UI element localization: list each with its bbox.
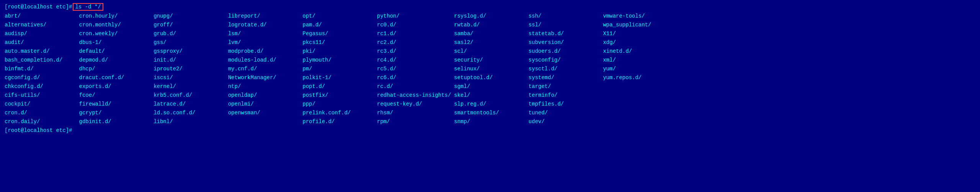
list-item: ssh/	[529, 12, 600, 20]
list-item: profile.d/	[302, 118, 374, 126]
list-item: yum/	[603, 65, 675, 73]
list-item: cron.monthly/	[79, 21, 151, 29]
list-item: snmp/	[454, 118, 526, 126]
list-item: polkit-1/	[302, 74, 374, 82]
list-item: fcoe/	[79, 91, 151, 99]
list-item: cron.daily/	[5, 118, 76, 126]
list-item: gssproxy/	[154, 47, 225, 55]
list-item: pkcs11/	[302, 39, 374, 47]
list-item: redhat-access-insights/	[377, 91, 451, 99]
list-item: gnupg/	[154, 12, 225, 20]
list-item: sgml/	[454, 83, 526, 91]
list-item: ppp/	[302, 100, 374, 108]
list-item: postfix/	[302, 91, 374, 99]
list-item: modprobe.d/	[228, 47, 300, 55]
list-item: popt.d/	[302, 83, 374, 91]
list-item: prelink.conf.d/	[302, 109, 374, 117]
list-item: libreport/	[228, 12, 300, 20]
list-item: rpm/	[377, 118, 451, 126]
list-item: udev/	[529, 118, 600, 126]
list-item: dracut.conf.d/	[79, 74, 151, 82]
list-item: cifs-utils/	[5, 91, 76, 99]
list-item: krb5.conf.d/	[154, 91, 225, 99]
command-box: ls -d */	[73, 3, 103, 11]
list-item: default/	[79, 47, 151, 55]
list-item: skel/	[454, 91, 526, 99]
list-item: rc1.d/	[377, 30, 451, 38]
list-item: alternatives/	[5, 21, 76, 29]
list-item: rwtab.d/	[454, 21, 526, 29]
list-item: audisp/	[5, 30, 76, 38]
list-item: security/	[454, 56, 526, 64]
list-item: Pegasus/	[302, 30, 374, 38]
list-item: latrace.d/	[154, 100, 225, 108]
list-item: python/	[377, 12, 451, 20]
list-item: rc3.d/	[377, 47, 451, 55]
list-item: selinux/	[454, 65, 526, 73]
list-item: rc6.d/	[377, 74, 451, 82]
column-6: rsyslog.d/rwtab.d/samba/sasl2/scl/securi…	[454, 12, 529, 126]
list-item: rsyslog.d/	[454, 12, 526, 20]
list-item: pki/	[302, 47, 374, 55]
list-item: sysconfig/	[529, 56, 600, 64]
list-item: slp.reg.d/	[454, 100, 526, 108]
list-item: audit/	[5, 39, 76, 47]
list-item: tuned/	[529, 109, 600, 117]
list-item: sysctl.d/	[529, 65, 600, 73]
list-item: terminfo/	[529, 91, 600, 99]
list-item: auto.master.d/	[5, 47, 76, 55]
bottom-prompt: [root@localhost etc]#	[5, 127, 975, 133]
list-item: opt/	[302, 12, 374, 20]
list-item: kernel/	[154, 83, 225, 91]
list-item: iproute2/	[154, 65, 225, 73]
list-item: rc5.d/	[377, 65, 451, 73]
list-item: request-key.d/	[377, 100, 451, 108]
list-item: gss/	[154, 39, 225, 47]
list-item: my.cnf.d/	[228, 65, 300, 73]
list-item: target/	[529, 83, 600, 91]
list-item: gcrypt/	[79, 109, 151, 117]
list-item: sasl2/	[454, 39, 526, 47]
list-item: ssl/	[529, 21, 600, 29]
output: abrt/alternatives/audisp/audit/auto.mast…	[5, 12, 975, 126]
list-item: openlmi/	[228, 100, 300, 108]
list-item: scl/	[454, 47, 526, 55]
list-item: binfmt.d/	[5, 65, 76, 73]
list-item: rc0.d/	[377, 21, 451, 29]
list-item: grub.d/	[154, 30, 225, 38]
list-item: rc.d/	[377, 83, 451, 91]
list-item: openldap/	[228, 91, 300, 99]
list-item: cron.hourly/	[79, 12, 151, 20]
column-4: opt/pam.d/Pegasus/pkcs11/pki/plymouth/pm…	[302, 12, 377, 126]
list-item: dhcp/	[79, 65, 151, 73]
list-item: cockpit/	[5, 100, 76, 108]
column-0: abrt/alternatives/audisp/audit/auto.mast…	[5, 12, 79, 126]
list-item: yum.repos.d/	[603, 74, 675, 82]
list-item: ld.so.conf.d/	[154, 109, 225, 117]
list-item: rc2.d/	[377, 39, 451, 47]
list-item: pam.d/	[302, 21, 374, 29]
terminal: [root@localhost etc]# ls -d */ abrt/alte…	[5, 3, 975, 133]
command-line: [root@localhost etc]# ls -d */	[5, 3, 975, 11]
list-item: pm/	[302, 65, 374, 73]
list-item: ntp/	[228, 83, 300, 91]
list-item: tmpfiles.d/	[529, 100, 600, 108]
list-item: rc4.d/	[377, 56, 451, 64]
list-item: chkconfig.d/	[5, 83, 76, 91]
list-item: cron.weekly/	[79, 30, 151, 38]
list-item: exports.d/	[79, 83, 151, 91]
list-item: plymouth/	[302, 56, 374, 64]
list-item: rhsm/	[377, 109, 451, 117]
list-item: dbus-1/	[79, 39, 151, 47]
column-3: libreport/logrotate.d/lsm/lvm/modprobe.d…	[228, 12, 303, 126]
column-7: ssh/ssl/statetab.d/subversion/sudoers.d/…	[529, 12, 603, 126]
list-item: modules-load.d/	[228, 56, 300, 64]
list-item: iscsi/	[154, 74, 225, 82]
list-item: setuptool.d/	[454, 74, 526, 82]
list-item: gdbinit.d/	[79, 118, 151, 126]
list-item: bash_completion.d/	[5, 56, 76, 64]
list-item: sudoers.d/	[529, 47, 600, 55]
list-item: smartmontools/	[454, 109, 526, 117]
list-item: NetworkManager/	[228, 74, 300, 82]
column-8: vmware-tools/wpa_supplicant/X11/xdg/xine…	[603, 12, 678, 126]
